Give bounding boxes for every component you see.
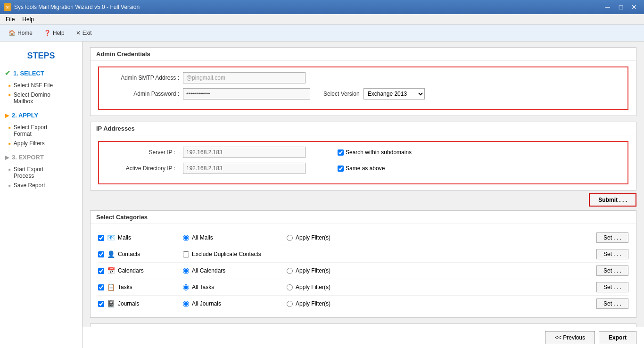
active-dir-row: Active Directory IP : Same as above [104, 163, 623, 174]
same-as-above-label: Same as above [346, 165, 385, 172]
bottom-bar: << Previous Export [83, 327, 644, 348]
contacts-row: 👤 Contacts Exclude Duplicate Contacts Se… [98, 246, 628, 263]
search-subdomain-group: Search within subdomains [338, 149, 412, 156]
version-select[interactable]: Exchange 2007 Exchange 2010 Exchange 201… [363, 88, 425, 99]
same-as-above-group: Same as above [338, 165, 385, 172]
select-categories-section: Select Categories 📧 Mails All Mails [90, 210, 636, 318]
ip-addresses-section: IP Addresses Server IP : Search within s… [90, 122, 636, 191]
mails-set-button[interactable]: Set . . . [596, 232, 628, 243]
sidebar-item-apply-filters[interactable]: ■ Apply Filters [5, 139, 77, 148]
sidebar-item-select-domino[interactable]: ■ Select DominoMailbox [5, 90, 77, 106]
cal-all-radio[interactable] [183, 268, 189, 274]
mails-filter-radio[interactable] [287, 235, 293, 241]
save-report-label: Save Report [14, 182, 45, 189]
password-row: Admin Password : Select Version Exchange… [104, 88, 623, 99]
previous-button[interactable]: << Previous [545, 331, 595, 344]
cal-filter-label: Apply Filter(s) [296, 267, 330, 274]
admin-credentials-form: Admin SMTP Address : Admin Password : Se… [98, 66, 628, 110]
password-input[interactable] [183, 88, 310, 99]
journals-set-button[interactable]: Set . . . [596, 298, 628, 309]
exclude-dup-label: Exclude Duplicate Contacts [192, 251, 261, 257]
contacts-label: Contacts [118, 251, 140, 257]
scroll-content: Admin Credentials Admin SMTP Address : A… [83, 41, 644, 327]
exit-icon: ✕ [76, 30, 81, 36]
select-export-label: Select ExportFormat [14, 124, 47, 137]
mails-all-radio[interactable] [183, 235, 189, 241]
step1-header: ✔ 1. SELECT [5, 68, 77, 78]
active-dir-input[interactable] [183, 163, 305, 174]
content-area: Admin Credentials Admin SMTP Address : A… [83, 41, 644, 348]
calendars-set-button[interactable]: Set . . . [596, 265, 628, 276]
contacts-icon: 👤 [107, 250, 115, 258]
calendars-label: Calendars [118, 267, 144, 274]
ip-addresses-form: Server IP : Search within subdomains Act… [98, 141, 628, 184]
app-icon: ✉ [4, 3, 11, 11]
toolbar-exit-button[interactable]: ✕ Exit [71, 28, 97, 38]
help-icon: ❓ [44, 30, 51, 36]
same-as-above-checkbox[interactable] [338, 166, 344, 172]
calendars-checkbox[interactable] [98, 268, 104, 274]
select-categories-body: 📧 Mails All Mails Apply Filter(s) S [91, 224, 636, 317]
dot-icon: ■ [8, 83, 11, 88]
dot-icon-4: ■ [8, 141, 11, 146]
server-ip-input[interactable] [183, 147, 305, 158]
calendars-row: 📅 Calendars All Calendars Apply Filter(s… [98, 263, 628, 279]
journals-all-label: All Journals [192, 300, 221, 307]
help-label: Help [53, 30, 65, 36]
sidebar-item-export-format[interactable]: ■ Select ExportFormat [5, 123, 77, 139]
sidebar-item-start-export[interactable]: ■ Start ExportProcess [5, 165, 77, 181]
journals-filter-radio[interactable] [287, 301, 293, 307]
steps-title: STEPS [5, 51, 77, 61]
journals-filter-label: Apply Filter(s) [296, 300, 330, 307]
step3-header: ▶ 3. EXPORT [5, 153, 77, 162]
menu-help[interactable]: Help [18, 15, 38, 24]
restore-button[interactable]: □ [615, 2, 627, 12]
submit-button[interactable]: Submit . . . [589, 193, 636, 207]
step1-check-icon: ✔ [5, 69, 10, 77]
menu-bar: File Help [0, 14, 644, 25]
contacts-checkbox[interactable] [98, 251, 104, 257]
admin-credentials-title: Admin Credentials [91, 48, 636, 61]
journals-label: Journals [118, 300, 139, 307]
select-categories-title: Select Categories [91, 211, 636, 224]
sidebar-item-select-nsf[interactable]: ■ Select NSF File [5, 81, 77, 90]
toolbar-home-button[interactable]: 🏠 Home [4, 28, 37, 38]
tasks-set-button[interactable]: Set . . . [596, 282, 628, 292]
password-label: Admin Password : [104, 91, 179, 97]
cal-filter-radio[interactable] [287, 268, 293, 274]
step2-arrow-icon: ▶ [5, 112, 9, 119]
server-ip-label: Server IP : [104, 149, 179, 156]
sidebar-item-save-report[interactable]: ■ Save Report [5, 181, 77, 190]
minimize-button[interactable]: ─ [602, 2, 614, 12]
tasks-row: 📋 Tasks All Tasks Apply Filter(s) S [98, 279, 628, 296]
active-dir-label: Active Directory IP : [104, 165, 179, 172]
dot-icon-3: ■ [8, 125, 11, 130]
step2-label: 2. APPLY [12, 112, 38, 119]
tasks-filter-radio[interactable] [287, 284, 293, 290]
app-title: SysTools Mail Migration Wizard v5.0 - Fu… [14, 4, 140, 10]
mails-checkbox[interactable] [98, 235, 104, 241]
server-ip-row: Server IP : Search within subdomains [104, 147, 623, 158]
search-subdomain-label: Search within subdomains [346, 149, 412, 156]
search-subdomain-checkbox[interactable] [338, 149, 344, 156]
main-container: STEPS ✔ 1. SELECT ■ Select NSF File ■ Se… [0, 41, 644, 348]
menu-file[interactable]: File [2, 15, 18, 24]
exclude-dup-checkbox[interactable] [183, 251, 189, 257]
dot-icon-5: ■ [8, 167, 11, 172]
journals-checkbox[interactable] [98, 301, 104, 307]
contacts-set-button[interactable]: Set . . . [596, 249, 628, 259]
smtp-input[interactable] [183, 72, 305, 83]
close-button[interactable]: ✕ [628, 2, 640, 12]
tasks-all-label: All Tasks [192, 284, 214, 290]
tasks-checkbox[interactable] [98, 284, 104, 290]
journals-all-radio[interactable] [183, 301, 189, 307]
start-export-label: Start ExportProcess [14, 166, 43, 179]
toolbar-help-button[interactable]: ❓ Help [39, 28, 69, 38]
tasks-all-radio[interactable] [183, 284, 189, 290]
export-button[interactable]: Export [599, 331, 636, 344]
mails-icon: 📧 [107, 234, 115, 241]
mails-filter-label: Apply Filter(s) [296, 234, 330, 241]
dot-icon-2: ■ [8, 93, 11, 97]
exit-label: Exit [83, 30, 92, 36]
sidebar: STEPS ✔ 1. SELECT ■ Select NSF File ■ Se… [0, 41, 83, 348]
